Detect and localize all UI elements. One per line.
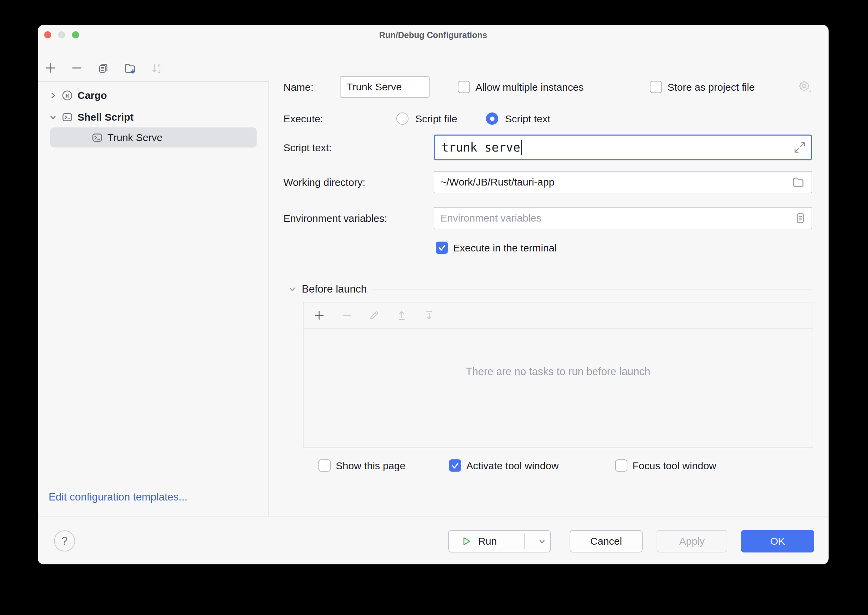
run-button[interactable]: Run <box>448 530 551 553</box>
remove-configuration-button[interactable] <box>71 62 83 74</box>
browse-folder-icon[interactable] <box>792 175 805 189</box>
apply-button-label: Apply <box>679 535 704 547</box>
expand-field-icon[interactable] <box>793 140 807 154</box>
run-options-chevron[interactable] <box>532 531 552 552</box>
store-as-project-file-label[interactable]: Store as project file <box>668 81 755 93</box>
new-folder-button[interactable] <box>124 62 136 74</box>
script-file-radio[interactable] <box>396 112 409 125</box>
move-task-up-icon[interactable] <box>396 309 408 322</box>
execute-in-terminal-checkbox[interactable] <box>436 242 448 254</box>
cancel-button-label: Cancel <box>590 535 622 547</box>
activate-tool-window-checkbox[interactable] <box>449 459 461 471</box>
titlebar: Run/Debug Configurations <box>38 25 829 45</box>
run-play-icon <box>461 536 472 547</box>
allow-multiple-instances-label[interactable]: Allow multiple instances <box>475 81 584 93</box>
gear-icon[interactable] <box>797 79 813 96</box>
shell-script-icon <box>91 132 103 144</box>
edit-variables-icon[interactable] <box>793 211 807 225</box>
tree-item-label: Trunk Serve <box>108 132 162 144</box>
configurations-toolbar: a z <box>44 62 162 74</box>
ok-button-label: OK <box>770 535 785 547</box>
focus-tool-window-checkbox[interactable] <box>615 459 628 471</box>
store-as-project-file-checkbox[interactable] <box>650 81 662 93</box>
cancel-button[interactable]: Cancel <box>570 530 643 553</box>
svg-text:R: R <box>65 93 69 98</box>
execute-label: Execute: <box>283 113 323 125</box>
execute-in-terminal-label[interactable]: Execute in the terminal <box>453 242 557 254</box>
add-configuration-button[interactable] <box>44 62 56 74</box>
allow-multiple-instances-checkbox[interactable] <box>458 81 470 93</box>
edit-configuration-templates-link[interactable]: Edit configuration templates... <box>48 491 187 503</box>
shell-script-icon <box>61 111 73 123</box>
copy-configuration-button[interactable] <box>97 62 109 74</box>
focus-tool-window-label[interactable]: Focus tool window <box>632 460 717 471</box>
chevron-down-icon <box>288 285 297 293</box>
working-directory-label: Working directory: <box>283 177 365 188</box>
environment-variables-label: Environment variables: <box>283 213 387 224</box>
before-launch-toolbar <box>303 303 813 329</box>
tree-item-label: Cargo <box>78 90 107 101</box>
chevron-down-icon[interactable] <box>48 113 58 122</box>
no-tasks-message: There are no tasks to run before launch <box>303 365 813 378</box>
environment-variables-input[interactable] <box>434 207 812 229</box>
chevron-right-icon[interactable] <box>48 91 58 100</box>
before-launch-panel: There are no tasks to run before launch <box>303 302 813 448</box>
svg-text:z: z <box>158 68 160 74</box>
move-task-down-icon[interactable] <box>423 309 436 322</box>
show-this-page-label[interactable]: Show this page <box>336 460 406 471</box>
rust-cargo-icon: R <box>61 90 73 101</box>
tree-item-trunk-serve-selected[interactable]: Trunk Serve <box>50 127 257 147</box>
tree-item-label: Shell Script <box>78 111 134 123</box>
text-caret <box>521 140 522 155</box>
name-label: Name: <box>283 81 313 93</box>
run-button-label: Run <box>478 535 497 547</box>
script-text-radio-label[interactable]: Script text <box>505 113 550 125</box>
script-text-radio[interactable] <box>486 112 498 125</box>
script-text-value: trunk serve <box>442 140 520 154</box>
run-split-divider <box>525 534 525 549</box>
before-launch-title: Before launch <box>302 283 367 295</box>
svg-text:a: a <box>158 62 161 68</box>
run-debug-configurations-dialog: Run/Debug Configurations a <box>38 25 829 564</box>
script-text-input[interactable]: trunk serve <box>434 134 812 160</box>
activate-tool-window-label[interactable]: Activate tool window <box>466 460 559 471</box>
add-task-button[interactable] <box>313 309 325 322</box>
script-text-label: Script text: <box>283 142 332 154</box>
apply-button[interactable]: Apply <box>657 530 727 553</box>
tree-item-shell-script[interactable]: Shell Script <box>48 108 134 127</box>
remove-task-button[interactable] <box>340 309 353 322</box>
working-directory-input[interactable] <box>434 171 812 194</box>
script-file-label[interactable]: Script file <box>415 113 457 125</box>
window-title: Run/Debug Configurations <box>38 25 829 45</box>
sidebar-toolbar-divider <box>38 81 269 82</box>
sort-alphabetically-button[interactable]: a z <box>150 62 162 74</box>
help-button[interactable]: ? <box>54 531 75 551</box>
show-this-page-checkbox[interactable] <box>318 459 331 471</box>
before-launch-header[interactable]: Before launch <box>288 283 812 296</box>
ok-button[interactable]: OK <box>741 530 814 553</box>
name-input[interactable] <box>340 76 429 98</box>
before-launch-rule <box>372 289 812 289</box>
help-question-icon: ? <box>61 534 68 547</box>
sidebar-divider <box>269 81 269 517</box>
tree-item-cargo[interactable]: R Cargo <box>48 86 107 105</box>
footer-divider <box>38 516 829 517</box>
edit-task-pencil-icon[interactable] <box>368 309 380 322</box>
